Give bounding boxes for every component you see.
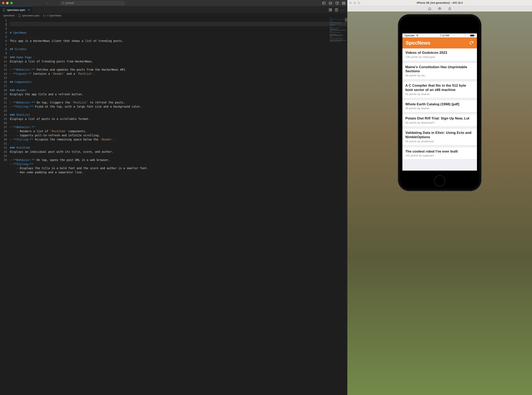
svg-rect-8 — [342, 2, 344, 3]
tab-specnews-spec[interactable]: specnews.spec × — [0, 6, 32, 13]
split-editor-icon[interactable] — [335, 8, 338, 11]
code-line[interactable]: -·**Styling:** Fixed at the top, with a … — [10, 104, 347, 109]
post-item[interactable]: Maine's Constitution Has Unprintable Sec… — [402, 63, 477, 79]
post-item[interactable]: A C Compiler that fits in the 512 byte b… — [402, 81, 477, 98]
refresh-icon[interactable] — [469, 41, 474, 45]
tab-close-icon[interactable]: × — [28, 8, 30, 11]
run-preview-icon[interactable] — [329, 8, 332, 11]
svg-rect-10 — [342, 4, 344, 5]
breadcrumb-seg-symbol[interactable]: # SpecNews — [47, 14, 61, 17]
code-line[interactable] — [10, 43, 347, 47]
breadcrumb[interactable]: specnews › specnews.spec › # SpecNews — [0, 13, 347, 18]
code-line[interactable]: ###·Header — [10, 88, 347, 92]
code-line[interactable]: ###·PostList — [10, 113, 347, 117]
code-line[interactable]: Displays an individual post with its tit… — [10, 150, 347, 154]
code-line[interactable]: Displays the app title and a refresh but… — [10, 92, 347, 96]
code-line[interactable]: #·SpecNews — [10, 31, 347, 35]
sim-minimize-button[interactable] — [354, 2, 356, 4]
home-button[interactable] — [434, 175, 445, 187]
close-window-button[interactable] — [2, 2, 5, 4]
code-line[interactable] — [10, 35, 347, 39]
code-line[interactable] — [10, 76, 347, 80]
svg-rect-4 — [329, 2, 332, 4]
code-line[interactable]: Displays a list of posts in a scrollable… — [10, 117, 347, 121]
titlebar-actions — [322, 1, 345, 5]
svg-rect-23 — [470, 35, 474, 36]
post-item[interactable]: Potato Diet Riff Trial: Sign Up Now, Lol… — [402, 114, 477, 127]
post-title: Videos of Godotcon 2023 — [405, 51, 474, 55]
post-item[interactable]: Validating Data in Elixir: Using Ecto an… — [402, 128, 477, 145]
svg-rect-11 — [344, 4, 345, 5]
code-line[interactable] — [10, 51, 347, 55]
code-line[interactable] — [10, 154, 347, 158]
panel-left-icon[interactable] — [322, 1, 326, 5]
code-content[interactable]: #·SpecNews This app is a HackerNews clie… — [10, 18, 347, 395]
editor-actions: ··· — [329, 6, 348, 13]
code-line[interactable]: ###·Home Page — [10, 55, 347, 59]
code-line[interactable]: -·**Styling:** Occupies the remaining sp… — [10, 137, 347, 142]
code-line[interactable]: -·**Behavior:** — [10, 125, 347, 129]
post-list[interactable]: Videos of Godotcon 2023136 points by mdt… — [402, 49, 477, 159]
vscode-titlebar: ← → prebuilt — [0, 0, 347, 6]
simulator-toolbar — [347, 5, 532, 11]
post-item[interactable]: The coolest robot I've ever built232 poi… — [402, 147, 477, 160]
status-time: 7.10 AM — [440, 34, 449, 37]
code-line[interactable]: ····-·Supports pull-to-refresh and infin… — [10, 133, 347, 137]
layout-icon[interactable] — [342, 1, 345, 5]
panel-right-icon[interactable] — [335, 1, 339, 5]
code-line[interactable]: ····-·Displays the title in a bold font … — [10, 166, 347, 170]
sim-close-button[interactable] — [349, 2, 352, 4]
code-line[interactable] — [10, 121, 347, 125]
code-line[interactable] — [10, 109, 347, 113]
share-icon[interactable] — [448, 7, 451, 10]
svg-line-1 — [64, 4, 64, 4]
code-line[interactable]: This app is a HackerNews client that sho… — [10, 39, 347, 43]
code-line[interactable]: ##·Screens — [10, 47, 347, 51]
maximize-window-button[interactable] — [10, 2, 13, 4]
code-line[interactable]: ###·PostItem — [10, 146, 347, 150]
symbol-icon — [43, 14, 46, 17]
svg-rect-6 — [336, 2, 338, 4]
post-subtitle: 91 points by doener — [405, 93, 474, 96]
code-line[interactable]: -·**Layout:** Contains a `Header` and a … — [10, 72, 347, 76]
nav-forward-button[interactable]: → — [52, 2, 55, 5]
app-nav-header: SpecNews — [402, 37, 477, 49]
sim-traffic-lights — [349, 2, 360, 4]
post-item[interactable]: Whole Earth Catalog (1968) [pdf]46 point… — [402, 100, 477, 113]
code-line[interactable]: ····-·Has some padding and a separator l… — [10, 170, 347, 174]
post-title: Whole Earth Catalog (1968) [pdf] — [405, 102, 474, 107]
breadcrumb-seg-file[interactable]: specnews.spec — [22, 14, 40, 17]
screenshot-icon[interactable] — [438, 7, 441, 10]
code-line[interactable]: -·**Behavior:** On tap, opens the post U… — [10, 158, 347, 162]
ios-status-bar: Operatør 7.10 AM — [402, 33, 477, 37]
code-line[interactable]: -·**Behavior:** Fetches and updates the … — [10, 67, 347, 72]
editor-scrollbar[interactable] — [345, 18, 347, 395]
search-icon — [62, 2, 65, 5]
breadcrumb-seg-folder[interactable]: specnews — [3, 14, 15, 17]
minimize-window-button[interactable] — [6, 2, 9, 4]
code-line[interactable]: ##·Components — [10, 80, 347, 84]
post-title: The coolest robot I've ever built — [405, 149, 474, 154]
code-line[interactable]: ····-·Renders a list of `PostItem` compo… — [10, 129, 347, 133]
code-line[interactable] — [10, 63, 347, 67]
code-line[interactable]: -·**Styling:** — [10, 162, 347, 166]
nav-back-button[interactable]: ← — [46, 2, 49, 5]
file-icon — [2, 8, 5, 11]
simulator-titlebar: iPhone SE (3rd generation) – iOS 16.4 — [347, 0, 532, 5]
post-subtitle: 88 points by dsr_ — [405, 74, 474, 77]
code-line[interactable]: -·**Behavior:** On tap, triggers the `Po… — [10, 100, 347, 104]
post-item[interactable]: Videos of Godotcon 2023136 points by mdt… — [402, 49, 477, 61]
command-center-search[interactable]: prebuilt — [60, 1, 125, 5]
svg-point-0 — [62, 2, 64, 4]
code-line[interactable] — [10, 96, 347, 100]
more-actions-icon[interactable]: ··· — [341, 8, 345, 11]
code-line[interactable]: Displays a list of trending posts from H… — [10, 59, 347, 63]
chevron-right-icon: › — [16, 14, 17, 17]
code-editor[interactable]: 1234567891011121314151617181920212223242… — [0, 18, 347, 395]
code-line[interactable] — [10, 142, 347, 146]
code-line[interactable] — [10, 84, 347, 88]
post-subtitle: 46 points by doener — [405, 107, 474, 110]
home-icon[interactable] — [428, 7, 431, 10]
sim-maximize-button[interactable] — [358, 2, 360, 4]
panel-bottom-icon[interactable] — [329, 1, 332, 5]
